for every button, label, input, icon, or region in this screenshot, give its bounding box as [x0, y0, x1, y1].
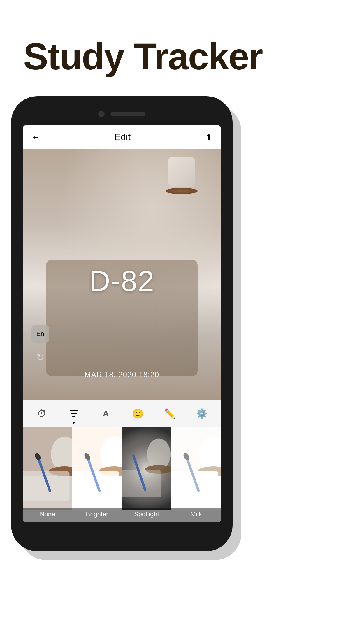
text-icon[interactable]: A — [98, 405, 114, 422]
filter-spotlight[interactable]: Spotlight — [122, 427, 171, 522]
filter-brighter[interactable]: Brighter — [72, 427, 122, 522]
filter-none[interactable]: None — [23, 427, 72, 522]
clock-icon[interactable]: ⏱ — [34, 405, 50, 422]
filter-milk-label-bg: Milk — [171, 508, 221, 522]
filter-brighter-label: Brighter — [86, 510, 108, 518]
photo-area: D-82 En ↻ MAR 18, 2020 18:20 — [23, 149, 221, 400]
phone-top-bar — [98, 111, 145, 117]
back-button[interactable]: ← — [31, 132, 40, 142]
toolbar: ⏱ A 🙂 ✏️ ⚙️ — [23, 400, 221, 427]
svg-rect-0 — [70, 410, 78, 411]
filter-brighter-label-bg: Brighter — [72, 508, 122, 522]
refresh-button[interactable]: ↻ — [31, 349, 49, 366]
phone-camera — [98, 111, 105, 117]
language-button[interactable]: En — [31, 325, 49, 343]
screen-title: Edit — [115, 132, 131, 143]
share-button[interactable]: ⬆ — [205, 132, 212, 142]
filter-spotlight-label: Spotlight — [134, 510, 159, 518]
svg-rect-7 — [23, 471, 69, 501]
phone-screen: ← Edit ⬆ D-82 En ↻ MAR 18, 2020 18:20 — [23, 125, 221, 522]
app-bar: ← Edit ⬆ — [23, 125, 221, 149]
svg-rect-1 — [71, 413, 77, 414]
cup-coaster — [166, 188, 198, 194]
filter-spotlight-thumb — [122, 427, 171, 510]
filter-spotlight-label-bg: Spotlight — [122, 508, 171, 522]
settings-icon[interactable]: ⚙️ — [194, 405, 210, 422]
cup-body — [168, 158, 195, 187]
filter-strip: None B — [23, 427, 221, 522]
svg-rect-31 — [171, 427, 221, 510]
svg-rect-2 — [72, 416, 75, 417]
filter-milk-thumb — [171, 427, 221, 510]
filter-none-thumb — [23, 427, 72, 510]
filter-none-label: None — [40, 510, 55, 518]
filter-none-label-bg: None — [23, 508, 72, 522]
svg-rect-17 — [72, 427, 122, 510]
pen-icon[interactable]: ✏️ — [162, 405, 178, 422]
filter-icon[interactable] — [66, 405, 82, 422]
svg-rect-22 — [122, 470, 161, 497]
filter-brighter-thumb — [72, 427, 122, 510]
date-label: MAR 18, 2020 18:20 — [23, 370, 221, 379]
page-title: Study Tracker — [23, 35, 263, 78]
filter-milk-label: Milk — [190, 510, 202, 518]
countdown-display: D-82 — [89, 264, 155, 298]
phone-frame: ← Edit ⬆ D-82 En ↻ MAR 18, 2020 18:20 — [11, 96, 233, 551]
emoji-icon[interactable]: 🙂 — [130, 405, 146, 422]
cup-illustration — [166, 158, 198, 195]
phone-speaker — [110, 112, 145, 116]
filter-milk[interactable]: Milk — [171, 427, 221, 522]
